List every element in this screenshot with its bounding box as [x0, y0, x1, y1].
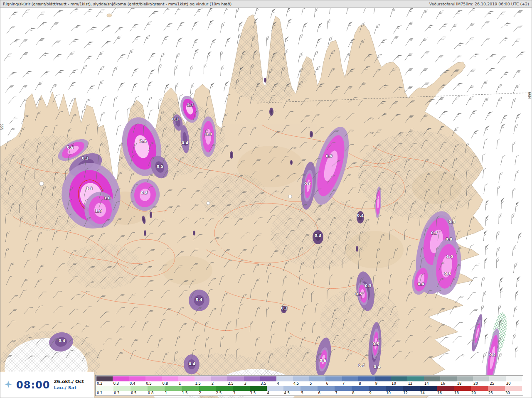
colorbar-cell	[457, 376, 473, 381]
precip-value-label: 0.4	[374, 365, 380, 369]
precip-value-label: 0.3	[315, 233, 321, 238]
snow-scale-labels: 0.20.30.40.50.811.522.533.544.5567891012…	[96, 381, 522, 386]
precip-value-label: 0.4	[182, 141, 188, 145]
colorbar-tick-label: 25	[489, 381, 505, 386]
colorbar-cell	[162, 376, 178, 381]
colorbar-tick-label: 3	[233, 391, 250, 396]
precip-value-label: 0.6	[67, 145, 74, 150]
colorbar-cell	[148, 386, 165, 391]
colorbar-cell	[96, 376, 113, 381]
colorbar-tick-label: 30	[506, 381, 522, 386]
colorbar-cell	[471, 386, 488, 391]
precip-value-label: 0.5	[365, 284, 372, 288]
colorbar-tick-label: 8	[352, 391, 369, 396]
colorbar-cell	[403, 386, 420, 391]
precip-value-label: 2.3	[187, 103, 194, 107]
precip-value-label: 0.7	[431, 231, 438, 235]
weather-map: 0.60.31.81.01.02.40.50.82.30.30.40.80.90…	[0, 0, 532, 398]
precip-cell	[264, 78, 266, 83]
colorbar-cell	[375, 376, 391, 381]
colorbar-cell	[420, 386, 437, 391]
colorbar-tick-label: 0.3	[113, 391, 131, 396]
forecast-date-block: 26.okt./ Oct Lau./ Sat	[54, 379, 84, 391]
small-island	[107, 14, 112, 17]
precip-value-label: 0.4	[59, 339, 65, 343]
colorbar-tick-label: 18	[454, 391, 471, 396]
colorbar-tick-label: 25	[488, 391, 505, 396]
colorbar-tick-label: 4.5	[283, 391, 300, 396]
precip-value-label: 1.0	[95, 209, 102, 213]
colorbar-cell	[267, 386, 284, 391]
precip-value-label: 1.0	[104, 196, 111, 200]
colorbar-tick-label: 7	[335, 391, 352, 396]
weather-map-window: 0.60.31.81.01.02.40.50.82.30.30.40.80.90…	[0, 0, 532, 398]
precip-value-label: 0.2	[489, 353, 496, 357]
precip-value-label: 0.3	[82, 156, 89, 160]
precip-cell	[310, 131, 313, 138]
colorbar-tick-label: 14	[420, 391, 437, 396]
colorbar-cell	[424, 376, 440, 381]
colorbar-tick-label: 2	[199, 391, 216, 396]
colorbar-cell	[178, 376, 195, 381]
colorbar-tick-label: 8	[358, 381, 374, 386]
precip-cell	[230, 151, 233, 159]
colorbar-cell	[454, 386, 471, 391]
colorbar-tick-label: 2.5	[216, 391, 233, 396]
grid-label-right: N99	[528, 92, 532, 98]
colorbar-cell	[131, 386, 148, 391]
colorbar-cell	[342, 376, 358, 381]
colorbar-cell	[260, 376, 276, 381]
precip-value-label: 0.8	[141, 191, 148, 195]
colorbar-cell	[216, 386, 233, 391]
colorbar-tick-label: 4.5	[293, 381, 309, 386]
precip-cell	[193, 231, 195, 236]
colorbar-tick-label: 0.3	[113, 381, 129, 386]
legend-title: Rigning/skúrir (grænt/blátt/rautt - mm/1…	[3, 2, 232, 6]
colorbar-tick-label: 12	[403, 391, 420, 396]
rain-scale-labels: 0.10.30.50.811.522.533.544.5567891012141…	[96, 391, 522, 396]
colorbar-cell	[276, 376, 293, 381]
colorbar-cell	[473, 376, 489, 381]
colorbar-tick-label: 6	[325, 381, 342, 386]
model-run-info: Veðurstofan/HM750m: 26.10.2019 06:00 UTC…	[429, 2, 529, 6]
colorbar-tick-label: 6	[318, 391, 335, 396]
colorbar-cell	[369, 386, 386, 391]
colorbar-tick-label: 10	[386, 391, 403, 396]
rain-scale-band	[96, 386, 522, 391]
colorbar-tick-label: 7	[342, 381, 358, 386]
title-bar: Rigning/skúrir (grænt/blátt/rautt - mm/1…	[0, 0, 532, 8]
time-panel: 08:00 26.okt./ Oct Lau./ Sat	[0, 372, 94, 398]
colorbar-tick-label: 0.5	[131, 391, 148, 396]
snow-scale-band	[96, 376, 522, 381]
colorbar-tick-label: 2.5	[227, 381, 244, 386]
colorbar-tick-label: 3.5	[250, 391, 267, 396]
colorbar-tick-label: 3.5	[260, 381, 276, 386]
colorbar-tick-label: 3	[244, 381, 260, 386]
colorbar-cell	[182, 386, 199, 391]
precip-value-label: 0.4	[357, 214, 364, 218]
colorbar-cell	[335, 386, 352, 391]
colorbar-cell	[352, 386, 369, 391]
precip-cell	[144, 230, 146, 236]
precip-value-label: 0.9	[418, 282, 424, 286]
colorbar-cell	[325, 376, 342, 381]
colorbar-cell	[113, 386, 131, 391]
colorbar-tick-label: 0.4	[129, 381, 145, 386]
forecast-date: 26.okt./ Oct	[54, 379, 84, 385]
colorbar-tick-label: 10	[391, 381, 407, 386]
colorbar-cell	[129, 376, 145, 381]
precip-value-label: 0.9	[326, 154, 332, 158]
colorbar-tick-label: 5	[309, 381, 325, 386]
colorbar-cell	[113, 376, 129, 381]
colorbar-tick-label: 1	[178, 381, 195, 386]
colorbar-tick-label: 18	[457, 381, 473, 386]
precip-value-label: 0.3	[281, 306, 288, 310]
precip-value-label: 0.8	[304, 182, 311, 186]
colorbar-cell	[391, 376, 407, 381]
colorbar-tick-label: 1.5	[182, 391, 199, 396]
colorbar-cell	[199, 386, 216, 391]
wind-rose-icon	[4, 380, 12, 390]
precip-value-label: 0.5	[372, 342, 379, 346]
precip-value-label: 0.5	[157, 165, 163, 169]
colorbar-tick-label: 9	[369, 391, 386, 396]
